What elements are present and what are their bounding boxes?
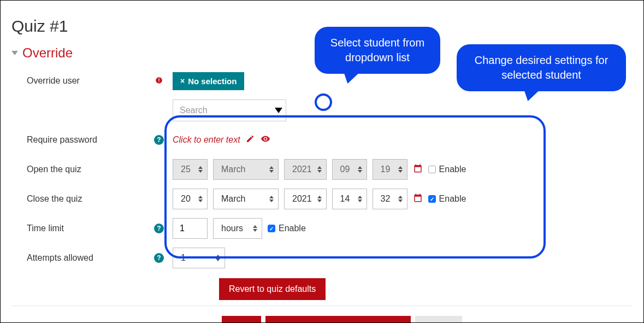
annotation-callout-2: Change desired settings for selected stu… xyxy=(457,44,626,91)
annotation-callout-1: Select student from dropdown list xyxy=(315,27,440,74)
row-search xyxy=(11,96,633,125)
close-enable-toggle[interactable]: Enable xyxy=(428,194,466,204)
save-another-button[interactable]: Save and enter another override xyxy=(265,316,410,323)
row-close-quiz: Close the quiz 20 March 2021 14 32 Enabl… xyxy=(11,184,633,214)
row-time-limit: Time limit ? hours Enable xyxy=(11,214,633,243)
label-require-password: Require password xyxy=(11,135,145,145)
close-day-select[interactable]: 20 xyxy=(173,189,208,209)
close-year-select[interactable]: 2021 xyxy=(284,189,327,209)
label-open-quiz: Open the quiz xyxy=(11,165,145,174)
open-day-select[interactable]: 25 xyxy=(173,159,208,180)
section-title: Override xyxy=(22,45,73,61)
enable-label: Enable xyxy=(279,224,306,233)
label-override-user: Override user xyxy=(11,76,145,86)
user-search-input[interactable] xyxy=(173,100,271,121)
eye-icon[interactable] xyxy=(260,134,271,145)
open-enable-toggle[interactable]: Enable xyxy=(428,165,466,174)
time-limit-input[interactable] xyxy=(173,218,208,239)
row-require-password: Require password ? Click to enter text xyxy=(11,125,633,155)
save-button[interactable]: Save xyxy=(222,316,261,323)
help-icon[interactable]: ? xyxy=(154,224,164,233)
svg-rect-2 xyxy=(158,81,159,82)
calendar-icon[interactable] xyxy=(413,193,423,205)
time-unit-select[interactable]: hours xyxy=(213,218,262,239)
user-search-combo[interactable] xyxy=(173,99,286,121)
row-open-quiz: Open the quiz 25 March 2021 09 19 Enable xyxy=(11,155,633,184)
open-hour-select[interactable]: 09 xyxy=(332,159,367,180)
password-placeholder: Click to enter text xyxy=(173,135,240,145)
enable-label: Enable xyxy=(439,165,466,174)
collapse-icon[interactable] xyxy=(11,51,18,55)
open-month-select[interactable]: March xyxy=(213,159,279,180)
help-icon[interactable]: ? xyxy=(154,253,164,263)
svg-rect-1 xyxy=(158,78,159,80)
no-selection-chip[interactable]: × No selection xyxy=(173,72,244,90)
chip-label: No selection xyxy=(188,77,237,86)
required-icon xyxy=(155,77,163,86)
dropdown-toggle[interactable] xyxy=(271,100,286,121)
cancel-button[interactable]: Cancel xyxy=(415,316,462,323)
help-icon[interactable]: ? xyxy=(154,135,164,145)
chip-remove-icon[interactable]: × xyxy=(180,77,185,85)
form-actions: Save Save and enter another override Can… xyxy=(11,306,633,323)
label-close-quiz: Close the quiz xyxy=(11,194,145,204)
open-minute-select[interactable]: 19 xyxy=(373,159,407,180)
password-entry[interactable]: Click to enter text xyxy=(173,134,271,145)
checkbox-icon[interactable] xyxy=(428,166,436,173)
label-attempts: Attempts allowed xyxy=(11,253,145,263)
chevron-down-icon xyxy=(275,108,282,113)
close-minute-select[interactable]: 32 xyxy=(373,189,407,209)
checkbox-icon[interactable] xyxy=(268,225,275,232)
row-attempts: Attempts allowed ? 1 xyxy=(11,243,633,273)
open-year-select[interactable]: 2021 xyxy=(284,159,327,180)
attempts-select[interactable]: 1 xyxy=(173,248,225,268)
timelimit-enable-toggle[interactable]: Enable xyxy=(268,224,306,233)
checkbox-icon[interactable] xyxy=(428,195,436,203)
pencil-icon[interactable] xyxy=(246,134,255,145)
revert-button[interactable]: Revert to quiz defaults xyxy=(219,278,326,300)
close-month-select[interactable]: March xyxy=(213,189,279,209)
calendar-icon[interactable] xyxy=(413,163,423,175)
label-time-limit: Time limit xyxy=(11,224,145,233)
enable-label: Enable xyxy=(439,194,466,204)
close-hour-select[interactable]: 14 xyxy=(332,189,367,209)
